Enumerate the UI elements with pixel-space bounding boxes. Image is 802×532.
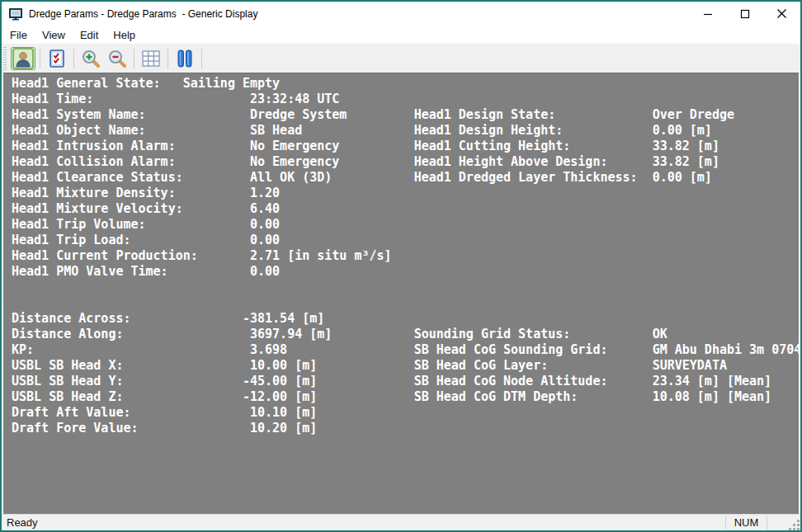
- status-bar: Ready NUM: [2, 514, 800, 530]
- param-label: Head1 Intrusion Alarm:: [12, 139, 250, 154]
- param-row: Draft Fore Value:10.20 [m]: [12, 421, 799, 436]
- param-value: -23.34 [m] [Mean]: [653, 374, 799, 389]
- param-label: Head1 Trip Load:: [12, 233, 250, 248]
- param-value: -45.00 [m]: [250, 374, 414, 389]
- param-value: -33.82 [m]: [653, 139, 799, 154]
- param-label: Head1 Clearance Status:: [12, 170, 250, 186]
- param-label: SB Head CoG Sounding Grid:: [414, 342, 653, 358]
- param-label: Head1 Object Name:: [12, 123, 250, 139]
- param-value: -10.08 [m] [Mean]: [653, 389, 799, 405]
- param-value: 0.00: [250, 233, 414, 248]
- param-value: All OK (3D): [250, 170, 414, 186]
- user-icon: [12, 48, 34, 69]
- param-label: Head1 Design Height:: [414, 123, 653, 139]
- param-label: Head1 Mixture Density:: [12, 186, 250, 201]
- param-value: 23:32:48 UTC: [250, 92, 414, 107]
- param-value: 6.40: [250, 201, 414, 217]
- close-icon: [776, 8, 787, 19]
- param-row: [12, 280, 799, 295]
- resize-grip-icon: [789, 520, 800, 531]
- param-value: No Emergency: [250, 154, 414, 170]
- param-label: Head1 Collision Alarm:: [12, 154, 250, 170]
- param-row: [12, 295, 799, 311]
- param-label: SB Head CoG Layer:: [414, 358, 653, 374]
- param-value: No Emergency: [250, 139, 414, 154]
- param-value: OK: [653, 327, 799, 342]
- app-window: Dredge Params - Dredge Params - Generic …: [0, 0, 802, 532]
- param-label: Distance Across:: [12, 311, 250, 327]
- param-value: 0.00: [250, 217, 414, 233]
- title-bar: Dredge Params - Dredge Params - Generic …: [2, 2, 800, 26]
- param-row: Head1 General State:Sailing Empty: [12, 76, 799, 92]
- menu-item-file[interactable]: File: [2, 26, 35, 44]
- param-label: KP:: [12, 342, 250, 358]
- param-row: USBL SB Head X:10.00 [m]SB Head CoG Laye…: [12, 358, 799, 374]
- param-row: Head1 Current Production:2.71 [in situ m…: [12, 248, 799, 264]
- minimize-button[interactable]: [689, 2, 726, 26]
- param-row: Head1 Trip Volume:0.00: [12, 217, 799, 233]
- param-row: Head1 PMO Valve Time:0.00: [12, 264, 799, 280]
- param-label: Head1 Dredged Layer Thickness:: [414, 170, 653, 186]
- toolbar-separator: [40, 49, 40, 68]
- pause-button[interactable]: [172, 47, 197, 70]
- resize-grip[interactable]: [785, 515, 800, 531]
- param-label: Head1 Time:: [12, 92, 250, 107]
- status-message: Ready: [2, 516, 725, 529]
- param-row: Head1 Object Name:SB HeadHead1 Design He…: [12, 123, 799, 139]
- param-label: Head1 Current Production:: [12, 248, 250, 264]
- zoom-out-button[interactable]: [105, 47, 130, 70]
- param-label: SB Head CoG Node Altitude:: [414, 374, 653, 389]
- param-row: Head1 Clearance Status:All OK (3D)Head1 …: [12, 170, 799, 186]
- num-lock-indicator: NUM: [726, 516, 767, 529]
- param-label: SB Head CoG DTM Depth:: [414, 389, 653, 405]
- window-title: Dredge Params - Dredge Params - Generic …: [29, 8, 689, 20]
- param-label: Head1 PMO Valve Time:: [12, 264, 250, 280]
- grid-button[interactable]: [139, 47, 163, 70]
- dredge-params-view: Head1 General State:Sailing EmptyHead1 T…: [3, 73, 799, 514]
- user-button[interactable]: [11, 47, 35, 70]
- toolbar-separator: [134, 49, 134, 68]
- menu-item-view[interactable]: View: [35, 26, 73, 44]
- param-label: Head1 Height Above Design:: [414, 154, 653, 170]
- param-row: USBL SB Head Z:-12.00 [m]SB Head CoG DTM…: [12, 389, 799, 405]
- param-value: 1.20: [250, 186, 414, 201]
- zoom-in-button[interactable]: [78, 47, 103, 70]
- grid-icon: [141, 49, 161, 68]
- param-row: KP:3.698SB Head CoG Sounding Grid:GM Abu…: [12, 342, 799, 358]
- param-label: Distance Along:: [12, 327, 250, 342]
- menu-bar: FileViewEditHelp: [2, 26, 800, 44]
- menu-item-edit[interactable]: Edit: [73, 26, 106, 44]
- toolbar: [2, 44, 800, 73]
- param-row: USBL SB Head Y:-45.00 [m]SB Head CoG Nod…: [12, 374, 799, 389]
- view-frame: Head1 General State:Sailing EmptyHead1 T…: [2, 73, 800, 514]
- param-value: -381.54 [m]: [250, 311, 414, 327]
- param-value: SURVEYDATA: [653, 358, 799, 374]
- zoom-in-icon: [81, 49, 101, 68]
- param-value: 2.71 [in situ m³/s]: [250, 248, 414, 264]
- checklist-button[interactable]: [45, 47, 69, 70]
- param-label: USBL SB Head Z:: [12, 389, 250, 405]
- minimize-icon: [703, 9, 713, 19]
- pause-icon: [176, 49, 194, 68]
- maximize-icon: [740, 9, 750, 19]
- param-row: Head1 Time:23:32:48 UTC: [12, 92, 799, 107]
- menu-item-help[interactable]: Help: [106, 26, 143, 44]
- toolbar-gripper[interactable]: [3, 47, 7, 70]
- param-row: Head1 Intrusion Alarm:No EmergencyHead1 …: [12, 139, 799, 154]
- param-row: Head1 Collision Alarm:No EmergencyHead1 …: [12, 154, 799, 170]
- maximize-button[interactable]: [726, 2, 763, 26]
- toolbar-separator: [201, 49, 202, 68]
- param-row: Draft Aft Value:10.10 [m]: [12, 405, 799, 421]
- param-row: Distance Across:-381.54 [m]: [12, 311, 799, 327]
- param-value: 3697.94 [m]: [250, 327, 414, 342]
- param-value: 0.00: [250, 264, 414, 280]
- param-value: SB Head: [250, 123, 414, 139]
- param-label: Head1 Mixture Velocity:: [12, 201, 250, 217]
- param-row: Head1 Mixture Velocity:6.40: [12, 201, 799, 217]
- param-value: 3.698: [250, 342, 414, 358]
- param-value: 0.00 [m]: [653, 123, 799, 139]
- toolbar-separator: [73, 49, 74, 68]
- param-label: Draft Fore Value:: [12, 421, 250, 436]
- close-button[interactable]: [763, 2, 800, 26]
- param-value: 10.20 [m]: [250, 421, 414, 436]
